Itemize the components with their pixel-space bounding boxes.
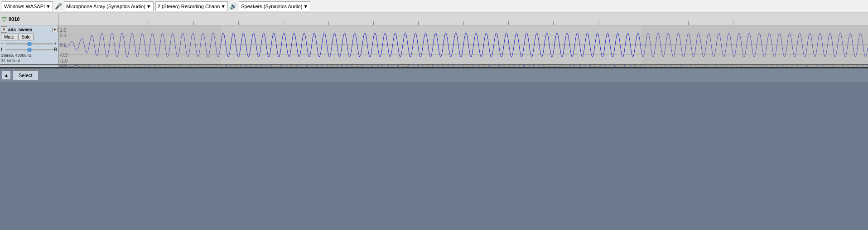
- channels-label: 2 (Stereo) Recording Chann: [158, 4, 220, 9]
- track-1-gain-plus-label: +: [54, 41, 58, 46]
- track-1-gain-slider[interactable]: [5, 43, 53, 44]
- select-button[interactable]: Select: [13, 70, 39, 80]
- output-device-chevron: ▼: [303, 4, 308, 9]
- tick-line: [149, 21, 149, 25]
- tracks-container: ✕ adc_sweeo ▼ Mute Solo − + L R: [0, 25, 868, 68]
- track-1-controls: Mute Solo: [1, 34, 58, 40]
- track-1-info: Stereo, 48000Hz 32-bit float: [1, 53, 58, 64]
- tick-line: [328, 21, 329, 25]
- tick-line: [373, 21, 374, 25]
- host-api-dropdown[interactable]: Windows WASAPI ▼: [2, 1, 53, 11]
- speaker-icon: 🔊: [230, 3, 237, 10]
- tick-line: [59, 21, 59, 25]
- track-2: [0, 65, 868, 68]
- tick-line: [598, 21, 598, 25]
- output-device-label: Speakers (Synaptics Audio): [241, 4, 302, 9]
- tick-line: [284, 21, 284, 25]
- track-1-waveform-canvas: [59, 25, 868, 64]
- track-1-title-row: ✕ adc_sweeo ▼: [1, 26, 58, 33]
- track-2-header: [0, 65, 59, 67]
- track-1-dropdown-button[interactable]: ▼: [52, 27, 58, 32]
- track-2-waveform-canvas: [59, 65, 868, 67]
- tick-line: [238, 21, 239, 25]
- track-1-gain-row: − +: [1, 41, 58, 46]
- tick-line: [643, 21, 643, 25]
- track-1-mute-button[interactable]: Mute: [1, 34, 17, 40]
- tick-line: [463, 21, 464, 25]
- microphone-icon: 🎤: [55, 3, 62, 10]
- track-1-pan-thumb: [27, 48, 32, 52]
- track-1-pan-slider[interactable]: [5, 49, 53, 50]
- channels-chevron: ▼: [221, 4, 226, 9]
- channels-dropdown[interactable]: 2 (Stereo) Recording Chann ▼: [155, 1, 228, 11]
- tick-line: [104, 21, 104, 25]
- tick-line: [508, 21, 509, 25]
- track-1-gain-thumb: [27, 42, 32, 46]
- output-device-dropdown[interactable]: Speakers (Synaptics Audio) ▼: [239, 1, 310, 11]
- host-api-chevron: ▼: [46, 4, 51, 9]
- input-device-chevron: ▼: [146, 4, 151, 9]
- track-2-waveform[interactable]: [59, 65, 868, 67]
- playhead-triangle-icon: ▽: [2, 15, 7, 23]
- bottom-bar: ▲ Select: [0, 68, 868, 82]
- track-1-info-line2: 32-bit float: [1, 59, 58, 64]
- input-device-dropdown[interactable]: Microphone Array (Synaptics Audio) ▼: [64, 1, 154, 11]
- ruler-start: ▽ 0010: [0, 13, 59, 25]
- tick-line: [418, 21, 419, 25]
- track-1: ✕ adc_sweeo ▼ Mute Solo − + L R: [0, 25, 868, 65]
- host-api-label: Windows WASAPI: [4, 4, 45, 9]
- toolbar: Windows WASAPI ▼ 🎤 Microphone Array (Syn…: [0, 0, 868, 13]
- tick-line: [553, 21, 554, 25]
- track-1-header: ✕ adc_sweeo ▼ Mute Solo − + L R: [0, 25, 59, 64]
- ruler-ticks-area[interactable]: 0.00000.00100.00200.00300.00400.00500.00…: [59, 13, 868, 25]
- track-1-pan-row: L R: [1, 47, 58, 52]
- track-1-pan-right-label: R: [54, 47, 58, 52]
- expand-button[interactable]: ▲: [2, 71, 11, 80]
- track-1-close-button[interactable]: ✕: [1, 26, 7, 33]
- input-device-label: Microphone Array (Synaptics Audio): [66, 4, 145, 9]
- track-1-gain-minus-label: −: [1, 41, 5, 46]
- tick-line: [193, 21, 194, 25]
- timeline-ruler[interactable]: ▽ 0010 0.00000.00100.00200.00300.00400.0…: [0, 13, 868, 25]
- track-1-name: adc_sweeo: [8, 27, 51, 32]
- track-1-info-line1: Stereo, 48000Hz: [1, 53, 58, 59]
- track-1-solo-button[interactable]: Solo: [18, 34, 34, 40]
- track-1-pan-left-label: L: [1, 47, 5, 52]
- tick-line: [733, 21, 733, 25]
- ruler-time-display: 0010: [9, 16, 19, 22]
- track-1-waveform[interactable]: [59, 25, 868, 64]
- tick-line: [688, 21, 689, 25]
